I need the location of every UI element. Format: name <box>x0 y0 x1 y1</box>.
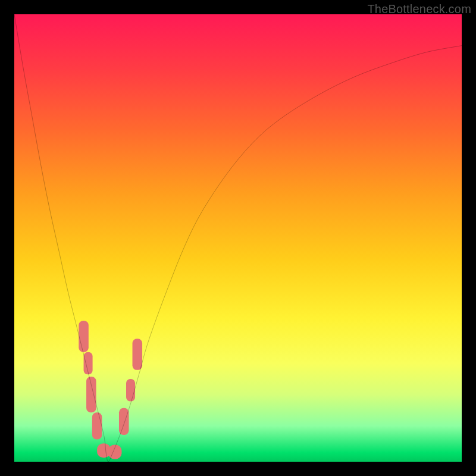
right-marker-2 <box>126 379 135 402</box>
left-marker-2 <box>84 352 93 375</box>
watermark-text: TheBottleneck.com <box>367 2 471 16</box>
bottleneck-curve-path <box>14 14 462 462</box>
bottom-marker-2 <box>108 444 122 459</box>
plot-area <box>14 14 462 462</box>
marker-layer <box>79 321 142 459</box>
right-marker-3 <box>133 339 143 370</box>
left-marker-1 <box>79 321 89 352</box>
outer-frame: TheBottleneck.com <box>0 0 476 476</box>
chart-svg <box>14 14 462 462</box>
right-marker-1 <box>119 408 129 435</box>
left-marker-3 <box>86 377 96 412</box>
left-marker-4 <box>92 412 102 439</box>
